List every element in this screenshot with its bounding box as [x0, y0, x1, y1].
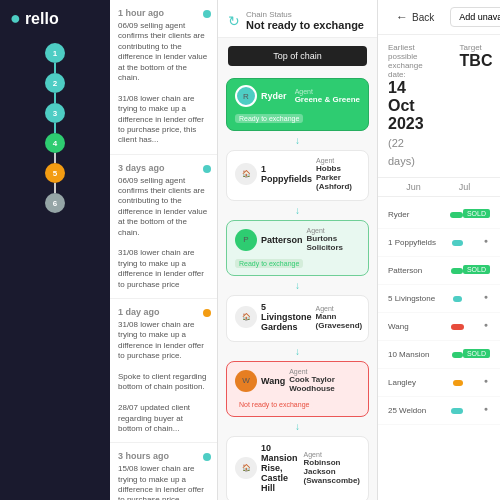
target-label: Target: [460, 43, 493, 52]
activity-text-3: 31/08 lower chain are trying to make up …: [118, 320, 209, 434]
chain-status-header: ↻ Chain Status Not ready to exchange: [218, 0, 377, 38]
timeline-bar-area-patterson: SOLD: [448, 265, 490, 277]
badge-patterson: Ready to exchange: [235, 259, 303, 268]
step-node-6[interactable]: 6: [45, 193, 65, 213]
dot-livingstone: ●: [484, 293, 488, 300]
chain-status-title: Not ready to exchange: [246, 19, 364, 31]
avatar-mansion: 🏠: [235, 457, 257, 479]
step-node-1[interactable]: 1: [45, 43, 65, 63]
timeline-name-ryder: Ryder: [388, 210, 448, 219]
activity-text-4: 15/08 lower chain are trying to make up …: [118, 464, 209, 500]
timeline-name-patterson: Patterson: [388, 266, 448, 275]
sold-badge-ryder: SOLD: [463, 209, 490, 218]
right-header: ← Back Add unavailable time Propose comp…: [378, 0, 500, 35]
activity-item-2: 3 days ago 06/09 selling agent confirms …: [110, 155, 217, 299]
timeline-name-mansion: 10 Mansion: [388, 350, 448, 359]
timeline-bar-area-mansion: SOLD: [448, 349, 490, 361]
agent-label-livingstone: Agent: [316, 305, 363, 312]
chain-arrow-4: ↓: [295, 346, 300, 357]
sold-badge-patterson: SOLD: [463, 265, 490, 274]
activity-text-2: 06/09 selling agent confirms their clien…: [118, 176, 209, 290]
step-connector-3: [54, 123, 56, 133]
chain-arrow-5: ↓: [295, 421, 300, 432]
timeline-row-weldon: 25 Weldon ●: [378, 397, 500, 425]
activity-time-3: 1 day ago: [118, 307, 209, 317]
timeline-bar-patterson: [451, 268, 463, 274]
timeline-row-livingstone: 5 Livingstone ●: [378, 285, 500, 313]
step-node-2[interactable]: 2: [45, 73, 65, 93]
sold-badge-mansion: SOLD: [463, 349, 490, 358]
timeline-name-wang: Wang: [388, 322, 448, 331]
card-name-patterson: Patterson: [261, 235, 303, 245]
badge-ryder: Ready to exchange: [235, 114, 303, 123]
chain-card-patterson[interactable]: P Patterson Agent Burtons Solicitors Rea…: [226, 220, 369, 276]
step-node-3[interactable]: 3: [45, 103, 65, 123]
agent-name-ryder: Greene & Greene: [295, 95, 360, 104]
timeline-bar-area-weldon: ●: [448, 405, 490, 417]
avatar-ryder: R: [235, 85, 257, 107]
chain-status-label: Chain Status: [246, 10, 364, 19]
activity-dot-4: [203, 453, 211, 461]
chain-steps: 1 2 3 4 5 6: [0, 37, 110, 219]
logo-icon: ●: [10, 8, 21, 29]
exchange-date-text: 14 Oct 2023: [388, 79, 424, 132]
timeline-bar-wang: [451, 324, 464, 330]
timeline-month-jun: Jun: [388, 182, 439, 192]
activity-dot-3: [203, 309, 211, 317]
step-connector-1: [54, 63, 56, 73]
timeline-bar-weldon: [451, 408, 463, 414]
chain-arrow-2: ↓: [295, 205, 300, 216]
target-value: TBC: [460, 52, 493, 70]
step-connector-2: [54, 93, 56, 103]
dot-langley: ●: [484, 377, 488, 384]
chain-card-livingstone[interactable]: 🏠 5 Livingstone Gardens Agent Mann (Grav…: [226, 295, 369, 342]
agent-name-livingstone: Mann (Gravesend): [316, 312, 363, 330]
logo-text: rello: [25, 10, 59, 28]
step-node-5[interactable]: 5: [45, 163, 65, 183]
exchange-date-days: (22 days): [388, 137, 415, 167]
agent-name-mansion: Robinson Jackson (Swanscombe): [304, 458, 360, 485]
card-name-ryder: Ryder: [261, 91, 287, 101]
timeline-row-mansion: 10 Mansion SOLD: [378, 341, 500, 369]
timeline-row-langley: Langley ●: [378, 369, 500, 397]
chain-card-ryder[interactable]: R Ryder Agent Greene & Greene Ready to e…: [226, 78, 369, 131]
activity-time-2: 3 days ago: [118, 163, 209, 173]
agent-label-ryder: Agent: [295, 88, 360, 95]
back-button[interactable]: ← Back: [388, 6, 442, 28]
step-node-4[interactable]: 4: [45, 133, 65, 153]
activity-dot-2: [203, 165, 211, 173]
chain-arrow-3: ↓: [295, 280, 300, 291]
agent-name-poppyfields: Hobbs Parker (Ashford): [316, 164, 360, 191]
top-of-chain-button[interactable]: Top of chain: [228, 46, 367, 66]
agent-name-patterson: Burtons Solicitors: [307, 234, 360, 252]
timeline-bar-area-langley: ●: [448, 377, 490, 389]
timeline-row-poppyfields: 1 Poppyfields ●: [378, 229, 500, 257]
activity-dot-1: [203, 10, 211, 18]
add-unavailable-button[interactable]: Add unavailable time: [450, 7, 500, 27]
chain-card-poppyfields[interactable]: 🏠 1 Poppyfields Agent Hobbs Parker (Ashf…: [226, 150, 369, 201]
chain-arrow-1: ↓: [295, 135, 300, 146]
timeline-bar-area-ryder: SOLD: [448, 209, 490, 221]
chain-card-wang[interactable]: W Wang Agent Cook Taylor Woodhouse Not r…: [226, 361, 369, 417]
timeline-name-langley: Langley: [388, 378, 448, 387]
badge-wang: Not ready to exchange: [235, 400, 313, 409]
activity-item-3: 1 day ago 31/08 lower chain are trying t…: [110, 299, 217, 443]
agent-name-wang: Cook Taylor Woodhouse: [289, 375, 360, 393]
timeline-bar-area-poppyfields: ●: [448, 237, 490, 249]
avatar-wang: W: [235, 370, 257, 392]
card-name-livingstone: 5 Livingstone Gardens: [261, 302, 312, 332]
right-panel: ← Back Add unavailable time Propose comp…: [378, 0, 500, 500]
avatar-patterson: P: [235, 229, 257, 251]
dot-poppyfields: ●: [484, 237, 488, 244]
logo: ● rello: [0, 0, 110, 37]
timeline-name-livingstone: 5 Livingstone: [388, 294, 448, 303]
timeline-bar-mansion: [452, 352, 463, 358]
back-label: Back: [412, 12, 434, 23]
chain-card-mansion[interactable]: 🏠 10 Mansion Rise, Castle Hill Agent Rob…: [226, 436, 369, 500]
timeline-bar-area-livingstone: ●: [448, 293, 490, 305]
dot-weldon: ●: [484, 405, 488, 412]
agent-label-poppyfields: Agent: [316, 157, 360, 164]
earliest-date-value: 14 Oct 2023 (22 days): [388, 79, 424, 169]
activity-feed: 1 hour ago 06/09 selling agent confirms …: [110, 0, 218, 500]
timeline-header: Jun Jul: [378, 178, 500, 197]
